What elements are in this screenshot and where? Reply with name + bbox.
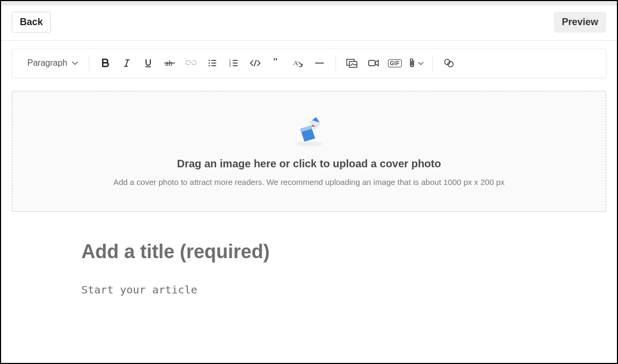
collab-group: [438, 54, 460, 72]
bold-icon: [101, 58, 110, 68]
paperclip-icon: [408, 58, 416, 68]
underline-button[interactable]: [138, 54, 159, 72]
svg-line-2: [126, 60, 128, 66]
link-icon: [186, 58, 196, 68]
paragraph-style-select[interactable]: Paragraph: [20, 54, 83, 72]
header-bar: Back Preview: [1, 5, 617, 41]
strikethrough-button[interactable]: ab: [159, 54, 180, 72]
italic-icon: [122, 58, 132, 68]
article-body-input[interactable]: [81, 283, 509, 309]
svg-text:”: ”: [273, 58, 278, 67]
insert-gif-button[interactable]: GIF: [384, 54, 406, 72]
italic-button[interactable]: [116, 54, 138, 72]
svg-point-8: [209, 65, 210, 66]
chevron-down-icon: [72, 60, 78, 66]
chevron-down-icon: [418, 60, 424, 66]
gif-icon: GIF: [388, 59, 402, 67]
bullet-list-icon: [208, 58, 217, 68]
insert-group: GIF: [341, 54, 427, 72]
numbered-list-button[interactable]: 123: [223, 54, 245, 72]
editor-body: [1, 212, 617, 311]
toolbar-separator: [89, 55, 89, 71]
numbered-list-icon: 123: [229, 58, 239, 68]
formatting-toolbar: Paragraph ab: [12, 48, 606, 78]
cover-photo-section: Drag an image here or click to upload a …: [1, 78, 617, 212]
svg-rect-23: [369, 60, 375, 66]
dropzone-subtitle: Add a cover photo to attract more reader…: [113, 177, 505, 187]
svg-point-7: [209, 63, 210, 64]
svg-text:3: 3: [229, 64, 231, 67]
quote-button[interactable]: ”: [266, 54, 287, 72]
window-top-stripe: [1, 1, 617, 5]
insert-image-button[interactable]: [341, 54, 363, 72]
dropzone-title: Drag an image here or click to upload a …: [177, 158, 441, 170]
collaborators-button[interactable]: [438, 54, 460, 72]
back-button[interactable]: Back: [12, 12, 51, 33]
video-icon: [368, 58, 379, 68]
bullet-list-button[interactable]: [202, 54, 223, 72]
svg-point-26: [296, 141, 322, 146]
toolbar-separator: [432, 55, 433, 71]
article-editor-window: Back Preview Paragraph ab: [0, 0, 618, 364]
insert-video-button[interactable]: [363, 54, 384, 72]
quote-icon: ”: [272, 58, 281, 68]
svg-text:A: A: [293, 59, 299, 67]
upload-image-illustration-icon: [291, 113, 328, 150]
cover-photo-dropzone[interactable]: Drag an image here or click to upload a …: [12, 91, 606, 212]
code-icon: [249, 58, 261, 68]
toolbar-separator: [335, 55, 336, 71]
clear-format-icon: A: [293, 58, 303, 68]
image-icon: [346, 58, 358, 68]
attach-file-button[interactable]: [406, 54, 427, 72]
svg-point-6: [209, 60, 210, 61]
paragraph-style-label: Paragraph: [27, 58, 67, 68]
text-format-group: ab 123 ” A: [95, 54, 330, 72]
article-title-input[interactable]: [81, 241, 509, 263]
code-block-button[interactable]: [245, 54, 266, 72]
horizontal-rule-icon: [314, 58, 325, 68]
preview-button[interactable]: Preview: [554, 12, 606, 33]
toolbar-container: Paragraph ab: [1, 41, 617, 78]
link-button[interactable]: [180, 54, 202, 72]
underline-icon: [143, 58, 153, 68]
clear-format-button[interactable]: A: [287, 54, 309, 72]
strikethrough-icon: ab: [164, 58, 176, 68]
bold-button[interactable]: [95, 54, 116, 72]
divider-button[interactable]: [309, 54, 330, 72]
collaborators-icon: [443, 58, 455, 68]
